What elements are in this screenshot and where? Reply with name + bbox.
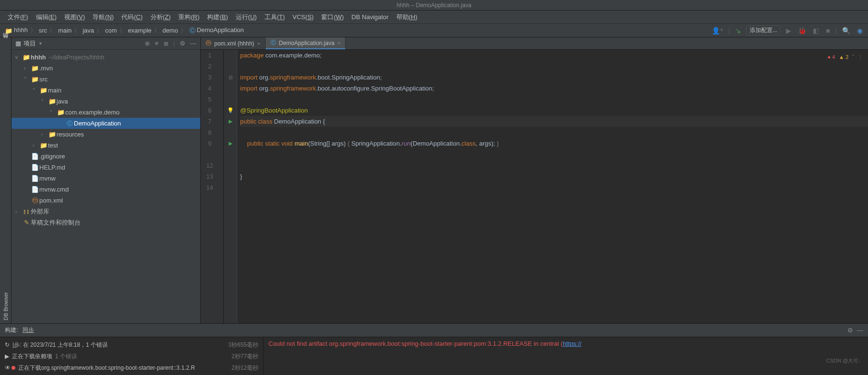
tree-item-test[interactable]: ›📁test (12, 140, 200, 151)
breadcrumb-item[interactable]: ⒸDemoApplication (188, 26, 245, 35)
editor-tab-DemoApplication.java[interactable]: ⒸDemoApplication.java× (266, 37, 346, 49)
sync-tab[interactable]: 同步 (23, 326, 34, 334)
code-line-5[interactable] (240, 94, 868, 105)
hide-panel-icon[interactable]: — (190, 40, 197, 47)
close-tab-icon[interactable]: × (257, 41, 260, 46)
breadcrumb-item[interactable]: example (127, 27, 152, 34)
menu-编辑[interactable]: 编辑(E) (32, 11, 60, 23)
menu-VCS[interactable]: VCS(S) (289, 12, 317, 22)
project-tree[interactable]: v📁hhhh~/IdeaProjects/hhhh›📁.mvn˅📁src˅📁ma… (12, 50, 200, 323)
build-tree[interactable]: ↻|步: 在 2023/7/21 上午8:18，1 个错误3秒655毫秒▶正在下… (0, 337, 264, 375)
breadcrumb-separator: 〉 (152, 26, 162, 35)
code-line-6[interactable]: @SpringBootApplication (240, 105, 868, 116)
ide-updates-icon[interactable]: ◉ (856, 25, 864, 36)
inspections-widget[interactable]: ● 4 ▲ 2 ˆ ⋮ (827, 52, 863, 63)
code-line-8[interactable] (240, 127, 868, 138)
coverage-icon[interactable]: ◧ (811, 25, 821, 36)
warning-indicator[interactable]: ▲ 2 (839, 52, 848, 63)
run-gutter-icon[interactable]: ▶ (229, 116, 232, 127)
expand-all-icon[interactable]: ≡ (155, 40, 159, 47)
fold-icon[interactable]: ⊟ (229, 72, 232, 83)
build-row[interactable]: ↻|步: 在 2023/7/21 上午8:18，1 个错误3秒655毫秒 (5, 339, 258, 351)
editor-tabs: ⓜpom.xml (hhhh)×ⒸDemoApplication.java× (201, 37, 868, 50)
menu-代码[interactable]: 代码(C) (117, 11, 146, 23)
code-line-2[interactable] (240, 61, 868, 72)
build-console[interactable]: Could not find artifact org.springframew… (264, 337, 868, 375)
breadcrumb-item[interactable]: java (81, 27, 95, 34)
code-line-14[interactable] (240, 182, 868, 193)
tree-item-HELP.md[interactable]: 📄HELP.md (12, 162, 200, 173)
close-tab-icon[interactable]: × (337, 40, 340, 46)
menu-分析[interactable]: 分析(Z) (147, 11, 175, 23)
build-row[interactable]: 👁 正在下载org.springframework.boot:spring-bo… (5, 362, 258, 374)
tree-item-.mvn[interactable]: ›📁.mvn (12, 63, 200, 74)
tree-item-src[interactable]: ˅📁src (12, 74, 200, 85)
tree-item-java[interactable]: ˅📁java (12, 96, 200, 107)
tree-item-.gitignore[interactable]: 📄.gitignore (12, 151, 200, 162)
hide-panel-icon[interactable]: — (857, 327, 863, 334)
breadcrumb: 📁hhhh〉src〉main〉java〉com〉example〉demo〉ⒸDe… (4, 26, 710, 35)
tree-item-resources[interactable]: ›📁resources (12, 129, 200, 140)
code-line-1[interactable]: package com.example.demo; (240, 50, 868, 61)
editor-tab-pom.xml (hhhh)[interactable]: ⓜpom.xml (hhhh)× (201, 37, 266, 49)
build-error-link[interactable]: https:// (563, 340, 581, 347)
code-line-12[interactable] (240, 160, 868, 171)
menu-导航[interactable]: 导航(N) (89, 11, 117, 23)
project-panel-title[interactable]: 项目 (23, 39, 36, 48)
breadcrumb-item[interactable]: com (104, 27, 118, 34)
menu-窗口[interactable]: 窗口(W) (317, 11, 347, 23)
menu-文件[interactable]: 文件(F) (4, 11, 32, 23)
menu-视图[interactable]: 视图(V) (60, 11, 89, 23)
run-gutter-icon[interactable]: ▶ (229, 138, 232, 149)
build-tool-window-header: 构建: 同步 ⚙ — (0, 323, 868, 337)
run-config-selector[interactable]: 添加配置... (746, 25, 781, 35)
menu-重构[interactable]: 重构(R) (174, 11, 203, 23)
project-dropdown-icon[interactable]: ▼ (38, 41, 43, 46)
menu-运行[interactable]: 运行(U) (232, 11, 261, 23)
breadcrumb-item[interactable]: demo (162, 27, 179, 34)
tree-item-外部库[interactable]: ›⫿⫿外部库 (12, 206, 200, 217)
error-indicator[interactable]: ● 4 (827, 52, 835, 63)
settings-gear-icon[interactable]: ⚙ (180, 40, 185, 47)
chevron-up-icon[interactable]: ˆ (852, 52, 854, 63)
tree-item-pom.xml[interactable]: ⓜpom.xml (12, 195, 200, 206)
window-titlebar: hhhh – DemoApplication.java (0, 0, 868, 11)
tree-item-DemoApplication[interactable]: ⒸDemoApplication (12, 118, 200, 129)
breadcrumb-item[interactable]: main (57, 27, 72, 34)
line-number-gutter: 123456789121314 (201, 50, 224, 323)
code-content[interactable]: package com.example.demo;import org.spri… (237, 50, 868, 323)
build-row[interactable]: ▶正在下载依赖项1 个错误2秒77毫秒 (5, 351, 258, 362)
settings-gear-icon[interactable]: ⚙ (847, 327, 853, 334)
more-icon[interactable]: ⋮ (858, 52, 863, 63)
tree-item-草稿文件和控制台[interactable]: ✎草稿文件和控制台 (12, 217, 200, 228)
project-tool-window: ▦ 项目 ▼ ⊕ ≡ ≣ | ⚙ — v📁hhhh~/IdeaProjects/… (12, 37, 201, 323)
code-line-7[interactable]: public class DemoApplication { (240, 116, 868, 127)
collapse-all-icon[interactable]: ≣ (163, 40, 169, 47)
breadcrumb-item[interactable]: src (38, 27, 48, 34)
debug-icon[interactable]: 🐞 (797, 25, 808, 36)
code-line-4[interactable]: import org.springframework.boot.autoconf… (240, 83, 868, 94)
stop-icon[interactable]: ■ (824, 25, 831, 36)
code-line-3[interactable]: import org.springframework.boot.SpringAp… (240, 72, 868, 83)
search-everywhere-icon[interactable]: 🔍 (841, 25, 852, 36)
select-opened-file-icon[interactable]: ⊕ (145, 40, 150, 47)
tree-item-mvnw.cmd[interactable]: 📄mvnw.cmd (12, 184, 200, 195)
user-add-icon[interactable]: 👤⁺ (710, 25, 725, 36)
code-line-13[interactable]: } (240, 171, 868, 182)
menu-DB Navigator[interactable]: DB Navigator (347, 12, 392, 22)
build-hammer-icon[interactable]: ↘ (734, 25, 742, 36)
tree-item-main[interactable]: ˅📁main (12, 85, 200, 96)
menu-工具[interactable]: 工具(T) (261, 11, 289, 23)
code-line-[interactable] (240, 149, 868, 160)
tree-root[interactable]: v📁hhhh~/IdeaProjects/hhhh (12, 52, 200, 63)
menu-帮助[interactable]: 帮助(H) (393, 11, 421, 23)
structure-tool-tab[interactable]: 结构 (1, 40, 10, 45)
tree-item-mvnw[interactable]: 📄mvnw (12, 173, 200, 184)
run-icon[interactable]: ▶ (785, 25, 793, 36)
breadcrumb-item[interactable]: 📁hhhh (4, 26, 29, 34)
menu-构建[interactable]: 构建(B) (203, 11, 231, 23)
db-browser-tool-tab[interactable]: DB Browser (2, 289, 10, 323)
code-line-9[interactable]: public static void main(String[] args) {… (240, 138, 868, 149)
tree-item-com.example.demo[interactable]: ˅📁com.example.demo (12, 107, 200, 118)
intention-bulb-icon[interactable]: 💡 (227, 105, 234, 116)
